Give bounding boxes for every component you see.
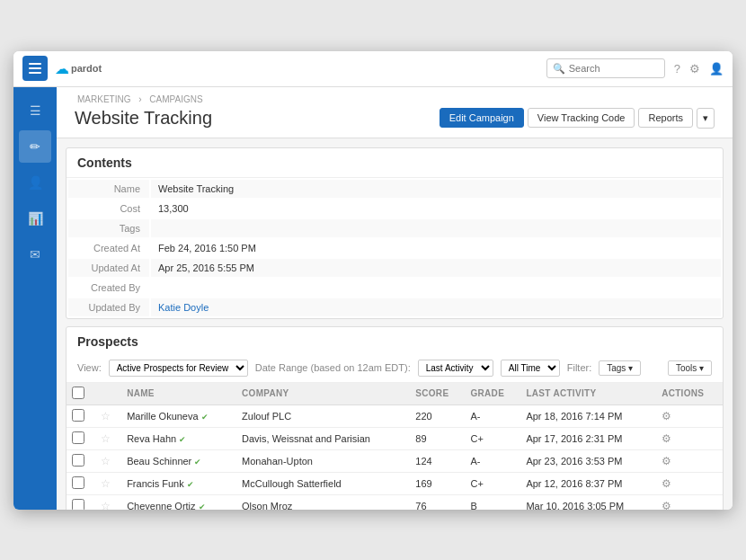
star-icon[interactable]: ☆ [101, 432, 111, 445]
col-grade: GRADE [466, 383, 521, 405]
row-star-0: ☆ [95, 404, 121, 427]
row-checkbox-1 [67, 427, 95, 449]
view-select[interactable]: Active Prospects for Review [109, 360, 248, 377]
col-name: NAME [121, 383, 236, 405]
prospect-name[interactable]: Cheyenne Ortiz ✔ [121, 494, 236, 510]
row-checkbox-4 [67, 494, 95, 510]
contents-value-name: Website Tracking [151, 180, 721, 198]
row-checkbox[interactable] [72, 409, 84, 422]
date-range-label: Date Range (based on 12am EDT): [255, 362, 411, 373]
prospect-score: 169 [410, 472, 465, 494]
select-all-checkbox[interactable] [72, 387, 84, 399]
logo: ☁ pardot [55, 60, 102, 77]
col-last-activity: LAST ACTIVITY [520, 383, 656, 405]
sidebar-item-contacts[interactable]: 👤 [19, 166, 51, 199]
prospect-company[interactable]: Zulouf PLC [236, 404, 410, 427]
prospect-last-activity: Apr 18, 2016 7:14 PM [520, 404, 656, 427]
sidebar-item-edit[interactable]: ✏ [19, 130, 51, 163]
date-range-select[interactable]: All Time [501, 360, 560, 377]
prospects-title: Prospects [67, 327, 723, 356]
prospect-company[interactable]: Monahan-Upton [236, 449, 410, 472]
page-title: Website Tracking [75, 108, 212, 129]
contents-value-updated-at: Apr 25, 2016 5:55 PM [151, 259, 721, 277]
view-tracking-code-button[interactable]: View Tracking Code [528, 108, 635, 128]
date-filter-select[interactable]: Last Activity [418, 360, 493, 377]
actions-gear-icon[interactable]: ⚙ [662, 410, 671, 422]
star-icon[interactable]: ☆ [101, 410, 111, 422]
contents-row-created-at: Created At Feb 24, 2016 1:50 PM [68, 239, 721, 257]
tools-button[interactable]: Tools ▾ [668, 360, 712, 376]
updated-by-link[interactable]: Katie Doyle [158, 302, 209, 313]
breadcrumb-marketing[interactable]: MARKETING [77, 94, 130, 104]
contents-label-created-by: Created By [68, 279, 149, 297]
prospect-actions[interactable]: ⚙ [656, 472, 723, 494]
row-checkbox-3 [67, 472, 95, 494]
breadcrumb-campaigns[interactable]: CAMPAIGNS [149, 94, 202, 104]
row-star-4: ☆ [95, 494, 121, 510]
prospect-actions[interactable]: ⚙ [656, 427, 723, 449]
actions-gear-icon[interactable]: ⚙ [662, 432, 671, 445]
search-icon: 🔍 [553, 63, 565, 75]
sidebar-item-menu[interactable]: ☰ [19, 94, 51, 127]
table-row: ☆ Beau Schinner ✔ Monahan-Upton 124 A- A… [67, 449, 723, 472]
prospect-actions[interactable]: ⚙ [656, 494, 723, 510]
prospect-last-activity: Apr 23, 2016 3:53 PM [520, 449, 656, 472]
col-company: COMPANY [236, 383, 410, 405]
prospect-company[interactable]: Olson Mroz [236, 494, 410, 510]
contents-value-tags [151, 219, 721, 237]
tags-filter-button[interactable]: Tags ▾ [599, 360, 641, 376]
table-row: ☆ Cheyenne Ortiz ✔ Olson Mroz 76 B Mar 1… [67, 494, 723, 510]
star-icon[interactable]: ☆ [101, 500, 111, 510]
prospect-score: 220 [410, 404, 465, 427]
breadcrumb: MARKETING › CAMPAIGNS [75, 94, 715, 104]
row-checkbox[interactable] [72, 454, 84, 467]
reports-button[interactable]: Reports [638, 108, 693, 128]
table-row: ☆ Francis Funk ✔ McCullough Satterfield … [67, 472, 723, 494]
hamburger-menu[interactable] [22, 56, 48, 81]
contents-title: Contents [67, 148, 723, 178]
contents-label-updated-by: Updated By [68, 298, 149, 316]
prospect-actions[interactable]: ⚙ [656, 404, 723, 427]
actions-gear-icon[interactable]: ⚙ [662, 500, 671, 510]
row-checkbox[interactable] [72, 499, 84, 510]
filter-label: Filter: [567, 362, 592, 373]
col-actions: ACTIONS [656, 383, 723, 405]
contents-label-tags: Tags [68, 219, 149, 237]
more-actions-dropdown[interactable]: ▾ [697, 108, 715, 129]
prospect-score: 124 [410, 449, 465, 472]
actions-gear-icon[interactable]: ⚙ [662, 477, 671, 490]
row-checkbox[interactable] [72, 476, 84, 489]
prospect-name[interactable]: Beau Schinner ✔ [121, 449, 236, 472]
row-checkbox-2 [67, 449, 95, 472]
prospect-last-activity: Apr 12, 2016 8:37 PM [520, 472, 656, 494]
prospect-company[interactable]: McCullough Satterfield [236, 472, 410, 494]
prospect-company[interactable]: Davis, Weissnat and Parisian [236, 427, 410, 449]
page-header: MARKETING › CAMPAIGNS Website Tracking E… [57, 87, 733, 138]
prospect-grade: A- [466, 449, 521, 472]
contents-value-cost: 13,300 [151, 200, 721, 218]
star-icon[interactable]: ☆ [101, 477, 111, 490]
help-icon[interactable]: ? [674, 62, 680, 76]
prospect-score: 89 [410, 427, 465, 449]
prospect-grade: C+ [466, 427, 521, 449]
topbar: ☁ pardot 🔍 ? ⚙ 👤 [13, 51, 733, 87]
search-input[interactable] [569, 63, 659, 74]
star-icon[interactable]: ☆ [101, 455, 111, 467]
row-checkbox[interactable] [72, 431, 84, 444]
prospect-name[interactable]: Marille Okuneva ✔ [121, 404, 236, 427]
search-box: 🔍 [546, 58, 665, 78]
settings-icon[interactable]: ⚙ [689, 62, 700, 76]
prospect-actions[interactable]: ⚙ [656, 449, 723, 472]
actions-gear-icon[interactable]: ⚙ [662, 455, 671, 467]
prospect-name[interactable]: Reva Hahn ✔ [121, 427, 236, 449]
contents-label-created-at: Created At [68, 239, 149, 257]
prospect-score: 76 [410, 494, 465, 510]
sidebar-item-email[interactable]: ✉ [19, 238, 51, 271]
contents-value-created-by [151, 279, 721, 297]
prospect-name[interactable]: Francis Funk ✔ [121, 472, 236, 494]
edit-campaign-button[interactable]: Edit Campaign [440, 108, 524, 128]
contents-table: Name Website Tracking Cost 13,300 Tags [67, 178, 723, 318]
user-icon[interactable]: 👤 [709, 62, 724, 76]
sidebar-item-reports[interactable]: 📊 [19, 202, 51, 235]
prospect-grade: C+ [466, 472, 521, 494]
